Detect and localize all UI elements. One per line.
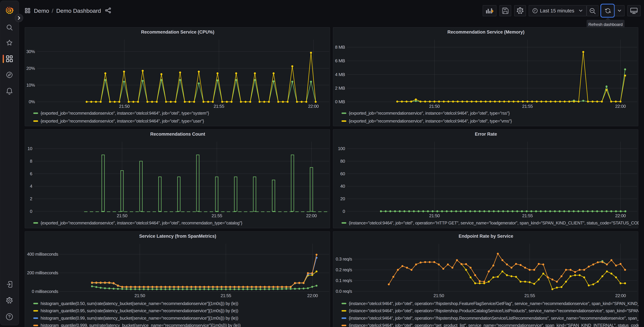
svg-text:6 MB: 6 MB xyxy=(335,58,345,63)
svg-text:22:00: 22:00 xyxy=(615,213,626,218)
svg-text:60: 60 xyxy=(340,171,345,176)
svg-text:20%: 20% xyxy=(26,66,35,71)
svg-text:{instance="otelcol:9464", job=: {instance="otelcol:9464", job="otel", op… xyxy=(349,316,639,320)
svg-text:Endpoint Rate by Service: Endpoint Rate by Service xyxy=(459,234,514,239)
svg-text:{instance="otelcol:9464", job=: {instance="otelcol:9464", job="otel", op… xyxy=(349,220,639,225)
svg-text:{instance="otelcol:9464", job=: {instance="otelcol:9464", job="otel", op… xyxy=(349,323,639,327)
svg-text:8: 8 xyxy=(30,159,32,164)
svg-text:Recommendation Service (CPU%): Recommendation Service (CPU%) xyxy=(141,30,214,34)
svg-text:22:00: 22:00 xyxy=(308,104,319,109)
svg-text:Service Latency (from SpanMetr: Service Latency (from SpanMetrics) xyxy=(139,234,216,239)
svg-text:21:55: 21:55 xyxy=(522,104,533,109)
svg-text:22:00: 22:00 xyxy=(306,213,317,218)
svg-text:8 MB: 8 MB xyxy=(335,45,345,50)
svg-text:21:55: 21:55 xyxy=(524,293,535,298)
svg-text:200 milliseconds: 200 milliseconds xyxy=(27,270,58,275)
svg-text:21:55: 21:55 xyxy=(214,104,224,109)
svg-text:Error Rate: Error Rate xyxy=(475,132,497,137)
svg-text:6: 6 xyxy=(30,171,32,176)
svg-text:20: 20 xyxy=(340,196,345,201)
svg-text:21:50: 21:50 xyxy=(117,213,127,218)
svg-text:2 MB: 2 MB xyxy=(335,86,345,91)
svg-text:0.1 req/s: 0.1 req/s xyxy=(336,278,352,283)
svg-text:4: 4 xyxy=(30,184,32,189)
svg-text:histogram_quantile(0.95, sum(r: histogram_quantile(0.95, sum(rate(latenc… xyxy=(41,308,238,313)
svg-text:21:50: 21:50 xyxy=(119,104,130,109)
svg-text:80: 80 xyxy=(340,159,345,164)
svg-text:Recommendations Count: Recommendations Count xyxy=(150,132,205,137)
svg-text:{exported_job="recommendations: {exported_job="recommendationservice", i… xyxy=(349,111,510,116)
svg-text:{exported_job="recommendations: {exported_job="recommendationservice", i… xyxy=(41,220,242,225)
svg-text:0 milliseconds: 0 milliseconds xyxy=(32,289,58,294)
svg-text:{exported_job="recommendations: {exported_job="recommendationservice", i… xyxy=(41,119,204,124)
svg-text:10%: 10% xyxy=(26,82,35,88)
svg-text:histogram_quantile(0.99, sum(r: histogram_quantile(0.99, sum(rate(latenc… xyxy=(41,316,238,320)
svg-text:21:50: 21:50 xyxy=(434,293,444,298)
svg-text:22:00: 22:00 xyxy=(307,293,318,298)
svg-text:{instance="otelcol:9464", job=: {instance="otelcol:9464", job="otel", op… xyxy=(349,308,639,313)
svg-text:0 MB: 0 MB xyxy=(335,99,345,104)
svg-text:histogram_quantile(0.999, sum(: histogram_quantile(0.999, sum(rate(laten… xyxy=(41,323,240,327)
svg-text:21:55: 21:55 xyxy=(522,213,533,218)
svg-text:100: 100 xyxy=(338,146,345,151)
svg-text:40: 40 xyxy=(340,184,345,189)
svg-text:21:50: 21:50 xyxy=(134,293,145,298)
svg-text:4 MB: 4 MB xyxy=(335,72,345,77)
svg-text:21:55: 21:55 xyxy=(212,213,222,218)
svg-text:0.0 req/s: 0.0 req/s xyxy=(336,289,352,294)
svg-text:2: 2 xyxy=(30,196,32,201)
svg-text:21:50: 21:50 xyxy=(429,104,440,109)
svg-text:{exported_job="recommendations: {exported_job="recommendationservice", i… xyxy=(41,111,209,116)
svg-text:22:00: 22:00 xyxy=(615,293,626,298)
svg-text:{exported_job="recommendations: {exported_job="recommendationservice", i… xyxy=(349,119,512,124)
svg-text:22:00: 22:00 xyxy=(615,104,626,109)
svg-text:10: 10 xyxy=(28,146,32,151)
svg-text:{instance="otelcol:9464", job=: {instance="otelcol:9464", job="otel", op… xyxy=(349,301,639,306)
svg-text:0: 0 xyxy=(30,209,32,214)
svg-text:0.3 req/s: 0.3 req/s xyxy=(336,256,352,262)
svg-text:0%: 0% xyxy=(29,99,35,104)
svg-text:0: 0 xyxy=(343,209,345,214)
svg-text:21:55: 21:55 xyxy=(220,293,231,298)
svg-text:30%: 30% xyxy=(26,49,35,54)
svg-text:Recommendation Service (Memory: Recommendation Service (Memory) xyxy=(448,30,524,34)
svg-text:21:50: 21:50 xyxy=(429,213,440,218)
svg-text:0.2 req/s: 0.2 req/s xyxy=(336,267,352,272)
svg-text:400 milliseconds: 400 milliseconds xyxy=(27,252,58,257)
svg-text:histogram_quantile(0.50, sum(r: histogram_quantile(0.50, sum(rate(latenc… xyxy=(41,301,238,306)
